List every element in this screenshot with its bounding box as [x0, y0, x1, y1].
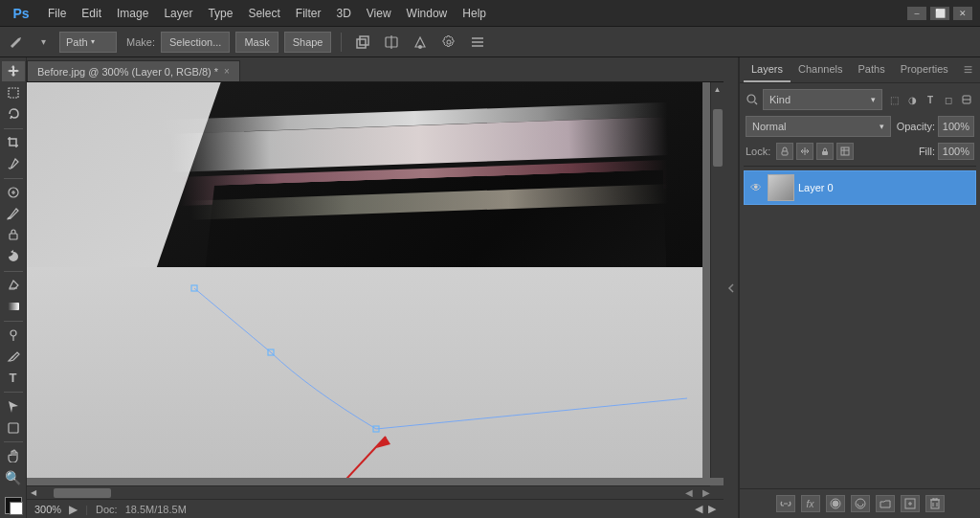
adjustment-button[interactable] — [851, 495, 870, 512]
svg-point-13 — [11, 330, 16, 336]
kind-smart-icon[interactable] — [959, 92, 974, 107]
menu-type[interactable]: Type — [200, 3, 240, 24]
menu-select[interactable]: Select — [240, 3, 287, 24]
link-button[interactable] — [776, 495, 795, 512]
align-icon[interactable] — [380, 32, 403, 53]
menu-window[interactable]: Window — [399, 3, 456, 24]
shape-button[interactable]: Shape — [284, 32, 332, 53]
surface — [27, 267, 702, 478]
opacity-input[interactable]: 100% — [938, 116, 974, 137]
scroll-thumb-h[interactable] — [54, 488, 111, 498]
kind-type-icon[interactable]: T — [923, 92, 938, 107]
menu-file[interactable]: File — [40, 3, 74, 24]
lock-artboard-icon[interactable] — [836, 143, 854, 160]
kind-dropdown[interactable]: Kind ▾ — [763, 89, 882, 110]
dodge-tool[interactable] — [2, 325, 25, 345]
vertical-scrollbar[interactable]: ▲ — [710, 82, 724, 478]
menu-help[interactable]: Help — [455, 3, 494, 24]
canvas-container[interactable]: ▲ ◀ ◀ ▶ — [27, 82, 724, 499]
separator4 — [4, 321, 23, 322]
lock-icons — [776, 143, 854, 160]
svg-rect-12 — [8, 303, 19, 310]
status-next[interactable]: ▶ — [708, 503, 716, 515]
layer-thumb-inner — [768, 175, 793, 200]
horizontal-scrollbar[interactable]: ◀ ◀ ▶ — [27, 485, 710, 499]
panel-menu-icon[interactable]: ≡ — [960, 57, 976, 82]
minimize-button[interactable]: – — [907, 7, 926, 20]
zoom-expand-icon[interactable]: ▶ — [69, 503, 78, 516]
mode-arrow: ▾ — [880, 122, 884, 131]
restore-button[interactable]: ⬜ — [930, 7, 949, 20]
selection-button[interactable]: Selection... — [161, 32, 230, 53]
svg-rect-1 — [360, 36, 368, 45]
scroll-up-arrow[interactable]: ▲ — [711, 82, 724, 96]
lock-all-icon[interactable] — [816, 143, 834, 160]
options-icon[interactable] — [466, 32, 489, 53]
separator3 — [4, 271, 23, 272]
eyedropper-tool[interactable] — [2, 154, 25, 174]
menu-view[interactable]: View — [359, 3, 399, 24]
kind-adjust-icon[interactable]: ◑ — [904, 92, 920, 107]
svg-line-21 — [755, 102, 758, 105]
canvas-tab[interactable]: Before.jpg @ 300% (Layer 0, RGB/8) * × — [27, 60, 240, 81]
close-button[interactable]: ✕ — [953, 7, 972, 20]
text-tool[interactable]: T — [2, 369, 25, 389]
lock-pixels-icon[interactable] — [776, 143, 793, 160]
layers-controls: Kind ▾ ⬚ ◑ T ◻ Normal ▾ — [740, 83, 980, 166]
fx-button[interactable]: fx — [801, 495, 820, 512]
move-tool[interactable] — [2, 61, 25, 81]
separator2 — [4, 178, 23, 179]
fill-input[interactable]: 100% — [938, 143, 974, 160]
scroll-thumb-v[interactable] — [713, 109, 723, 167]
gradient-tool[interactable] — [2, 297, 25, 317]
fill-control: Fill: 100% — [919, 143, 974, 160]
tab-properties[interactable]: Properties — [893, 57, 956, 82]
menu-filter[interactable]: Filter — [288, 3, 329, 24]
menu-layer[interactable]: Layer — [156, 3, 200, 24]
spot-heal-tool[interactable] — [2, 182, 25, 202]
path-select-tool[interactable] — [2, 396, 25, 417]
zoom-tool[interactable]: 🔍 — [2, 467, 25, 487]
pen-tool[interactable] — [2, 347, 25, 367]
path-dropdown[interactable]: Path ▾ — [59, 32, 117, 53]
history-brush-tool[interactable] — [2, 247, 25, 267]
marquee-tool[interactable] — [2, 83, 25, 103]
combine-icon[interactable] — [351, 32, 374, 53]
kind-pixel-icon[interactable]: ⬚ — [886, 92, 902, 107]
lock-move-icon[interactable] — [796, 143, 813, 160]
blend-mode-dropdown[interactable]: Normal ▾ — [746, 116, 891, 137]
kind-shape-icon[interactable]: ◻ — [941, 92, 956, 107]
crop-tool[interactable] — [2, 133, 25, 153]
transform-icon[interactable] — [409, 32, 432, 53]
tab-channels[interactable]: Channels — [791, 57, 850, 82]
lock-label: Lock: — [746, 146, 770, 157]
layer-visibility-toggle[interactable]: 👁 — [748, 180, 764, 195]
layer-item[interactable]: 👁 Layer 0 — [744, 170, 976, 205]
nav-left-icon[interactable]: ◀ — [685, 487, 693, 498]
status-prev[interactable]: ◀ — [695, 503, 702, 515]
lasso-tool[interactable] — [2, 104, 25, 124]
panel-collapse-bar[interactable] — [724, 57, 739, 518]
menu-3d[interactable]: 3D — [328, 3, 358, 24]
new-layer-button[interactable] — [901, 495, 920, 512]
gear-icon[interactable] — [437, 32, 460, 53]
doc-label: Doc: — [96, 504, 118, 515]
foreground-color[interactable] — [5, 497, 22, 514]
brush-tool[interactable] — [2, 204, 25, 224]
menu-edit[interactable]: Edit — [74, 3, 109, 24]
tab-close[interactable]: × — [224, 66, 230, 77]
scroll-left-arrow[interactable]: ◀ — [27, 486, 40, 500]
tab-paths[interactable]: Paths — [851, 57, 893, 82]
stamp-tool[interactable] — [2, 226, 25, 246]
menu-image[interactable]: Image — [109, 3, 156, 24]
mask-button[interactable]: Mask — [235, 32, 278, 53]
layer-name: Layer 0 — [798, 182, 971, 193]
nav-right-icon[interactable]: ▶ — [702, 487, 710, 498]
shape-tool[interactable] — [2, 418, 25, 439]
tab-layers[interactable]: Layers — [744, 57, 791, 82]
mask-button[interactable] — [826, 495, 845, 512]
delete-layer-button[interactable] — [925, 495, 945, 512]
folder-button[interactable] — [876, 495, 895, 512]
eraser-tool[interactable] — [2, 276, 25, 296]
hand-tool[interactable] — [2, 446, 25, 466]
